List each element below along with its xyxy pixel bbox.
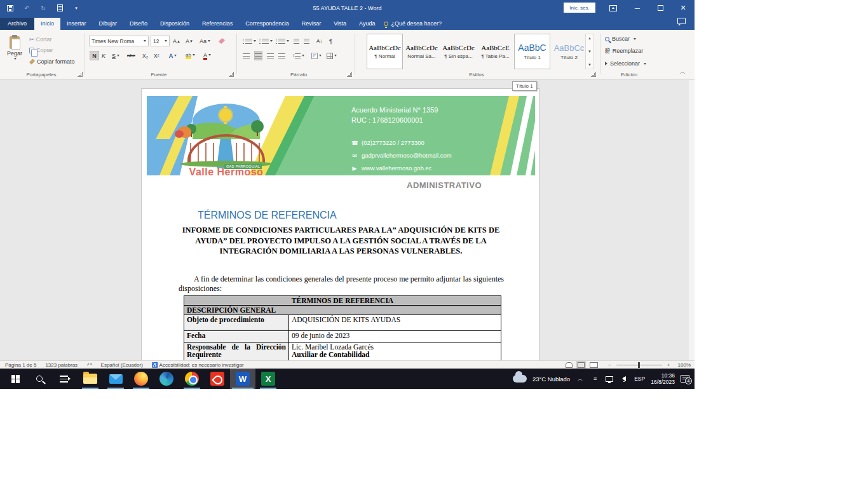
select-button[interactable]: Seleccionar xyxy=(605,60,646,67)
font-color-button[interactable]: A xyxy=(203,50,211,60)
paragraph-dialog-launcher[interactable] xyxy=(347,72,352,77)
language-status[interactable]: Español (Ecuador) xyxy=(101,362,143,368)
tab-insertar[interactable]: Insertar xyxy=(60,18,93,30)
volume-icon[interactable] xyxy=(620,374,628,383)
numbering-button[interactable] xyxy=(259,36,273,46)
justify-button[interactable] xyxy=(278,51,285,60)
replace-button[interactable]: abacReemplazar xyxy=(605,48,643,54)
bold-button[interactable]: N xyxy=(90,51,99,60)
zoom-in-button[interactable]: + xyxy=(667,362,670,368)
style-card--table-pa-[interactable]: AaBbCcE¶ Table Pa... xyxy=(477,34,513,69)
notification-icon[interactable]: 4 xyxy=(681,375,689,383)
style-card--sin-espa-[interactable]: AaBbCcDc¶ Sin espa... xyxy=(440,34,477,69)
borders-button[interactable] xyxy=(327,51,337,60)
taskbar-app-excel[interactable]: X xyxy=(255,369,281,389)
start-button[interactable] xyxy=(4,369,27,389)
tab-dibujar[interactable]: Dibujar xyxy=(93,18,124,30)
web-layout-icon[interactable] xyxy=(590,362,598,368)
tab-correspondencia[interactable]: Correspondencia xyxy=(239,18,295,30)
styles-dialog-launcher[interactable] xyxy=(591,72,596,77)
increase-indent-button[interactable] xyxy=(304,36,309,46)
cloud-icon[interactable] xyxy=(513,375,527,383)
styles-scroll[interactable]: ▲▼▼ xyxy=(585,34,594,69)
weather-text[interactable]: 23°C Nublado xyxy=(532,376,570,383)
taskbar-app-chrome[interactable] xyxy=(179,369,205,389)
taskbar-app-mail[interactable] xyxy=(103,369,128,389)
tell-me-box[interactable]: ¿Qué desea hacer? xyxy=(384,20,442,30)
word-count[interactable]: 1323 palabras xyxy=(45,362,78,368)
zoom-slider-thumb[interactable] xyxy=(638,362,640,368)
align-center-button[interactable] xyxy=(254,51,262,60)
print-preview-icon[interactable] xyxy=(55,3,65,13)
comments-icon[interactable] xyxy=(677,18,686,24)
bullets-button[interactable] xyxy=(243,36,256,46)
taskbar-app-explorer[interactable] xyxy=(78,369,103,389)
find-button[interactable]: Buscar xyxy=(605,36,636,42)
zoom-out-button[interactable]: − xyxy=(608,362,611,368)
search-button[interactable] xyxy=(28,369,51,389)
text-effects-button[interactable]: A xyxy=(169,51,177,60)
taskbar-app-acrobat[interactable] xyxy=(205,369,230,389)
underline-button[interactable]: S xyxy=(112,51,119,60)
tab-archivo[interactable]: Archivo xyxy=(0,18,34,30)
document-area[interactable]: Título 1 Acuerdo Ministerial N° 1359 RUC… xyxy=(0,80,695,360)
font-size-combobox[interactable]: 12 xyxy=(151,36,170,46)
shading-button[interactable] xyxy=(311,51,322,60)
accessibility-status[interactable]: ♿ Accesibilidad: es necesario investigar xyxy=(152,362,244,368)
multilevel-list-button[interactable] xyxy=(276,36,289,46)
undo-icon[interactable]: ↶ xyxy=(22,3,32,13)
font-dialog-launcher[interactable] xyxy=(229,72,234,77)
taskbar-app-firefox[interactable] xyxy=(128,369,154,389)
ribbon-display-options-icon[interactable] xyxy=(604,0,623,16)
grow-font-button[interactable]: A▲ xyxy=(173,36,180,46)
tab-inicio[interactable]: Inicio xyxy=(34,18,60,30)
zoom-slider[interactable] xyxy=(616,365,662,365)
spellcheck-icon[interactable]: ✓ᵃ xyxy=(86,362,92,367)
tab-revisar[interactable]: Revisar xyxy=(295,18,328,30)
tab-vista[interactable]: Vista xyxy=(327,18,353,30)
decrease-indent-button[interactable] xyxy=(294,36,299,46)
style-card--normal[interactable]: AaBbCcDc¶ Normal xyxy=(367,34,403,69)
style-card-t-tulo-1[interactable]: AaBbCTítulo 1 xyxy=(514,34,550,69)
highlight-button[interactable]: ab xyxy=(186,50,195,60)
shrink-font-button[interactable]: A▼ xyxy=(186,36,193,46)
cut-button[interactable]: ✂Cortar xyxy=(29,36,52,43)
clock[interactable]: 10:3616/8/2023 xyxy=(651,372,675,385)
redo-icon[interactable]: ↻ xyxy=(38,3,48,13)
change-case-button[interactable]: Aa xyxy=(200,36,210,46)
vertical-scrollbar[interactable] xyxy=(689,80,695,360)
page-count[interactable]: Página 1 de 5 xyxy=(5,362,36,368)
zoom-level[interactable]: 100% xyxy=(678,362,691,368)
print-layout-icon[interactable] xyxy=(578,362,585,368)
minimize-button[interactable]: ─ xyxy=(628,0,647,16)
style-card-t-tulo-2[interactable]: AaBbCcTítulo 2 xyxy=(551,34,587,69)
font-name-combobox[interactable]: Times New Roma xyxy=(89,36,149,46)
tab-ayuda[interactable]: Ayuda xyxy=(353,18,381,30)
subscript-button[interactable]: X₂ xyxy=(142,51,148,60)
sort-button[interactable]: A↓ xyxy=(316,36,322,46)
align-right-button[interactable] xyxy=(267,51,274,60)
network-icon[interactable] xyxy=(605,374,614,383)
strikethrough-button[interactable]: abc xyxy=(127,51,135,60)
tab-disposicion[interactable]: Disposición xyxy=(154,18,196,30)
tray-misc-icon[interactable]: ≡ xyxy=(590,374,599,383)
restore-button[interactable] xyxy=(651,0,670,16)
document-page[interactable]: Acuerdo Ministerial N° 1359 RUC : 176812… xyxy=(141,88,539,360)
superscript-button[interactable]: X² xyxy=(154,51,159,60)
line-spacing-button[interactable]: ↕ xyxy=(292,51,304,60)
taskbar-app-edge[interactable] xyxy=(154,369,179,389)
collapse-ribbon-icon[interactable]: ︿ xyxy=(680,68,686,76)
read-mode-icon[interactable] xyxy=(566,362,573,368)
customize-qat-icon[interactable]: ▾ xyxy=(71,3,81,13)
tab-diseno[interactable]: Diseño xyxy=(123,18,154,30)
keyboard-language[interactable]: ESP xyxy=(634,376,645,382)
format-painter-button[interactable]: Copiar formato xyxy=(29,58,75,65)
close-button[interactable]: ✕ xyxy=(674,0,693,16)
copy-button[interactable]: Copiar xyxy=(29,47,53,53)
task-view-button[interactable] xyxy=(52,369,75,389)
paste-button[interactable]: Pegar xyxy=(4,34,25,74)
show-marks-button[interactable]: ¶ xyxy=(329,36,332,46)
clipboard-dialog-launcher[interactable] xyxy=(78,72,83,77)
save-icon[interactable] xyxy=(5,3,15,13)
italic-button[interactable]: K xyxy=(102,51,105,60)
